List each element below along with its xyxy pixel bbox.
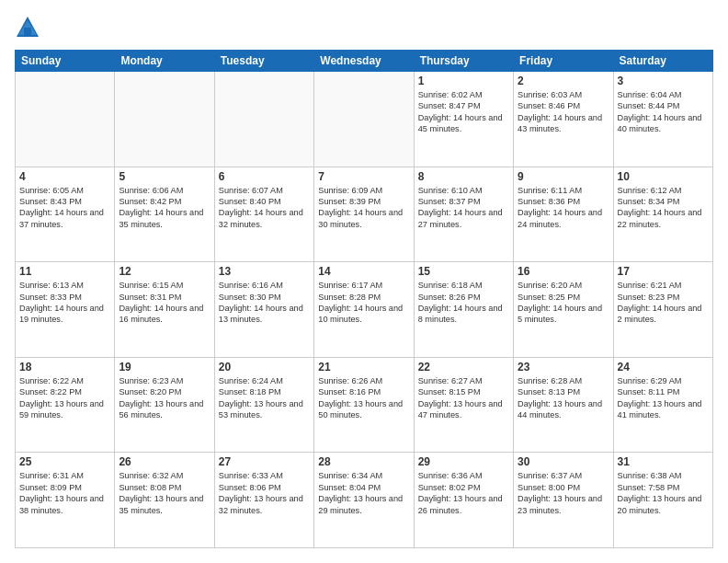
calendar-cell: 24Sunrise: 6:29 AM Sunset: 8:11 PM Dayli… — [613, 357, 712, 453]
cell-content: Sunrise: 6:20 AM Sunset: 8:25 PM Dayligh… — [518, 280, 609, 326]
calendar-cell: 8Sunrise: 6:10 AM Sunset: 8:37 PM Daylig… — [414, 167, 513, 262]
calendar-cell: 21Sunrise: 6:26 AM Sunset: 8:16 PM Dayli… — [314, 357, 414, 453]
cell-content: Sunrise: 6:24 AM Sunset: 8:18 PM Dayligh… — [219, 375, 310, 421]
cell-content: Sunrise: 6:10 AM Sunset: 8:37 PM Dayligh… — [418, 185, 509, 231]
weekday-header-friday: Friday — [514, 51, 613, 72]
day-number: 15 — [418, 265, 509, 278]
calendar-cell: 19Sunrise: 6:23 AM Sunset: 8:20 PM Dayli… — [115, 357, 214, 453]
cell-content: Sunrise: 6:06 AM Sunset: 8:42 PM Dayligh… — [119, 185, 210, 231]
cell-content: Sunrise: 6:17 AM Sunset: 8:28 PM Dayligh… — [318, 280, 409, 326]
day-number: 7 — [318, 170, 409, 183]
cell-content: Sunrise: 6:07 AM Sunset: 8:40 PM Dayligh… — [219, 185, 310, 231]
day-number: 18 — [19, 361, 110, 373]
day-number: 14 — [318, 265, 409, 278]
weekday-header-thursday: Thursday — [414, 51, 513, 72]
cell-content: Sunrise: 6:38 AM Sunset: 7:58 PM Dayligh… — [618, 470, 709, 516]
cell-content: Sunrise: 6:33 AM Sunset: 8:06 PM Dayligh… — [219, 470, 310, 516]
day-number: 17 — [618, 265, 709, 278]
calendar-cell — [16, 72, 115, 167]
day-number: 5 — [119, 170, 210, 183]
cell-content: Sunrise: 6:26 AM Sunset: 8:16 PM Dayligh… — [318, 375, 409, 421]
weekday-header-wednesday: Wednesday — [314, 51, 414, 72]
day-number: 8 — [418, 170, 509, 183]
cell-content: Sunrise: 6:18 AM Sunset: 8:26 PM Dayligh… — [418, 280, 509, 326]
day-number: 4 — [19, 170, 110, 183]
day-number: 12 — [119, 265, 210, 278]
cell-content: Sunrise: 6:37 AM Sunset: 8:00 PM Dayligh… — [518, 470, 609, 516]
calendar-table: SundayMondayTuesdayWednesdayThursdayFrid… — [15, 50, 713, 548]
cell-content: Sunrise: 6:29 AM Sunset: 8:11 PM Dayligh… — [618, 375, 709, 421]
cell-content: Sunrise: 6:23 AM Sunset: 8:20 PM Dayligh… — [119, 375, 210, 421]
calendar-cell: 26Sunrise: 6:32 AM Sunset: 8:08 PM Dayli… — [115, 453, 214, 548]
calendar-cell — [115, 72, 214, 167]
day-number: 23 — [518, 361, 609, 373]
cell-content: Sunrise: 6:11 AM Sunset: 8:36 PM Dayligh… — [518, 185, 609, 231]
calendar-cell — [214, 72, 313, 167]
calendar-week-row: 4Sunrise: 6:05 AM Sunset: 8:43 PM Daylig… — [16, 167, 713, 262]
page: SundayMondayTuesdayWednesdayThursdayFrid… — [0, 0, 728, 563]
calendar-week-row: 18Sunrise: 6:22 AM Sunset: 8:22 PM Dayli… — [16, 357, 713, 453]
day-number: 10 — [618, 170, 709, 183]
day-number: 19 — [119, 361, 210, 373]
cell-content: Sunrise: 6:13 AM Sunset: 8:33 PM Dayligh… — [19, 280, 110, 326]
calendar-cell: 25Sunrise: 6:31 AM Sunset: 8:09 PM Dayli… — [16, 453, 115, 548]
day-number: 29 — [418, 455, 509, 468]
day-number: 21 — [318, 361, 409, 373]
cell-content: Sunrise: 6:03 AM Sunset: 8:46 PM Dayligh… — [518, 89, 609, 135]
weekday-header-monday: Monday — [115, 51, 214, 72]
day-number: 24 — [618, 361, 709, 373]
day-number: 2 — [518, 75, 609, 87]
day-number: 16 — [518, 265, 609, 278]
calendar-cell: 22Sunrise: 6:27 AM Sunset: 8:15 PM Dayli… — [414, 357, 513, 453]
cell-content: Sunrise: 6:04 AM Sunset: 8:44 PM Dayligh… — [618, 89, 709, 135]
svg-rect-2 — [24, 28, 31, 35]
cell-content: Sunrise: 6:32 AM Sunset: 8:08 PM Dayligh… — [119, 470, 210, 516]
weekday-header-row: SundayMondayTuesdayWednesdayThursdayFrid… — [16, 51, 713, 72]
calendar-cell: 11Sunrise: 6:13 AM Sunset: 8:33 PM Dayli… — [16, 262, 115, 358]
calendar-week-row: 11Sunrise: 6:13 AM Sunset: 8:33 PM Dayli… — [16, 262, 713, 358]
cell-content: Sunrise: 6:36 AM Sunset: 8:02 PM Dayligh… — [418, 470, 509, 516]
day-number: 25 — [19, 455, 110, 468]
cell-content: Sunrise: 6:12 AM Sunset: 8:34 PM Dayligh… — [618, 185, 709, 231]
logo-icon — [15, 15, 40, 40]
calendar-cell: 6Sunrise: 6:07 AM Sunset: 8:40 PM Daylig… — [214, 167, 313, 262]
calendar-cell: 27Sunrise: 6:33 AM Sunset: 8:06 PM Dayli… — [214, 453, 313, 548]
calendar-cell: 7Sunrise: 6:09 AM Sunset: 8:39 PM Daylig… — [314, 167, 414, 262]
cell-content: Sunrise: 6:16 AM Sunset: 8:30 PM Dayligh… — [219, 280, 310, 326]
logo — [15, 15, 42, 40]
day-number: 31 — [618, 455, 709, 468]
cell-content: Sunrise: 6:02 AM Sunset: 8:47 PM Dayligh… — [418, 89, 509, 135]
calendar-cell: 30Sunrise: 6:37 AM Sunset: 8:00 PM Dayli… — [514, 453, 613, 548]
calendar-cell: 15Sunrise: 6:18 AM Sunset: 8:26 PM Dayli… — [414, 262, 513, 358]
weekday-header-tuesday: Tuesday — [214, 51, 313, 72]
cell-content: Sunrise: 6:34 AM Sunset: 8:04 PM Dayligh… — [318, 470, 409, 516]
calendar-cell: 4Sunrise: 6:05 AM Sunset: 8:43 PM Daylig… — [16, 167, 115, 262]
day-number: 27 — [219, 455, 310, 468]
day-number: 1 — [418, 75, 509, 87]
calendar-cell: 29Sunrise: 6:36 AM Sunset: 8:02 PM Dayli… — [414, 453, 513, 548]
calendar-cell: 5Sunrise: 6:06 AM Sunset: 8:42 PM Daylig… — [115, 167, 214, 262]
calendar-cell: 28Sunrise: 6:34 AM Sunset: 8:04 PM Dayli… — [314, 453, 414, 548]
calendar-cell: 14Sunrise: 6:17 AM Sunset: 8:28 PM Dayli… — [314, 262, 414, 358]
cell-content: Sunrise: 6:31 AM Sunset: 8:09 PM Dayligh… — [19, 470, 110, 516]
day-number: 9 — [518, 170, 609, 183]
day-number: 20 — [219, 361, 310, 373]
cell-content: Sunrise: 6:28 AM Sunset: 8:13 PM Dayligh… — [518, 375, 609, 421]
calendar-cell: 9Sunrise: 6:11 AM Sunset: 8:36 PM Daylig… — [514, 167, 613, 262]
cell-content: Sunrise: 6:27 AM Sunset: 8:15 PM Dayligh… — [418, 375, 509, 421]
day-number: 11 — [19, 265, 110, 278]
calendar-cell: 17Sunrise: 6:21 AM Sunset: 8:23 PM Dayli… — [613, 262, 712, 358]
calendar-cell — [314, 72, 414, 167]
calendar-cell: 1Sunrise: 6:02 AM Sunset: 8:47 PM Daylig… — [414, 72, 513, 167]
day-number: 28 — [318, 455, 409, 468]
calendar-cell: 3Sunrise: 6:04 AM Sunset: 8:44 PM Daylig… — [613, 72, 712, 167]
calendar-header: SundayMondayTuesdayWednesdayThursdayFrid… — [16, 51, 713, 72]
day-number: 3 — [618, 75, 709, 87]
calendar-cell: 31Sunrise: 6:38 AM Sunset: 7:58 PM Dayli… — [613, 453, 712, 548]
header — [15, 15, 713, 40]
day-number: 6 — [219, 170, 310, 183]
weekday-header-saturday: Saturday — [613, 51, 712, 72]
calendar-cell: 23Sunrise: 6:28 AM Sunset: 8:13 PM Dayli… — [514, 357, 613, 453]
calendar-body: 1Sunrise: 6:02 AM Sunset: 8:47 PM Daylig… — [16, 72, 713, 548]
calendar-cell: 16Sunrise: 6:20 AM Sunset: 8:25 PM Dayli… — [514, 262, 613, 358]
